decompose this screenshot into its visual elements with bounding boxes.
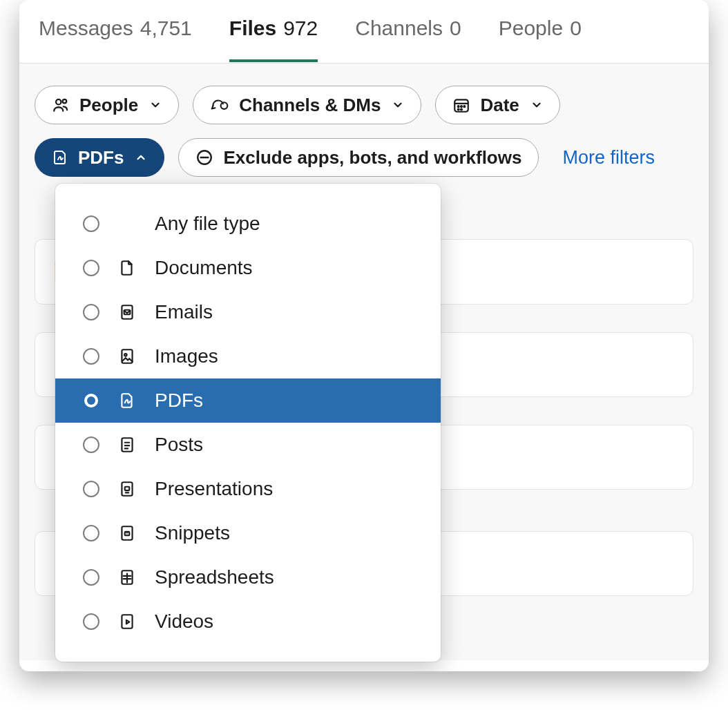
video-icon [116, 611, 138, 632]
tab-people[interactable]: People 0 [499, 17, 582, 62]
presentation-icon [116, 479, 138, 499]
more-filters-link[interactable]: More filters [553, 147, 655, 169]
filetype-option-posts[interactable]: Posts [55, 423, 441, 467]
filetype-option-videos[interactable]: Videos [55, 599, 441, 644]
radio-icon [83, 260, 99, 276]
radio-icon [83, 481, 99, 497]
tab-messages[interactable]: Messages 4,751 [39, 17, 192, 62]
filetype-dropdown: Any file type Documents Emails Images [55, 184, 441, 662]
filetype-option-label: Videos [155, 611, 413, 633]
post-icon [116, 434, 138, 455]
pdf-icon [116, 390, 138, 411]
filetype-option-spreadsheets[interactable]: Spreadsheets [55, 555, 441, 599]
filetype-option-label: PDFs [155, 390, 413, 412]
channel-dm-icon [210, 96, 229, 114]
filetype-option-label: Presentations [155, 478, 413, 500]
image-icon [116, 346, 138, 367]
filter-exclude-label: Exclude apps, bots, and workflows [223, 147, 521, 169]
tab-messages-count: 4,751 [140, 17, 192, 40]
tab-channels[interactable]: Channels 0 [355, 17, 461, 62]
radio-icon [83, 348, 99, 365]
filters-bar: People Channels & DMs Date [19, 64, 709, 191]
filetype-option-documents[interactable]: Documents [55, 246, 441, 290]
filetype-option-pdfs[interactable]: PDFs [55, 378, 441, 423]
svg-point-7 [464, 106, 466, 107]
radio-icon [83, 436, 99, 453]
svg-point-2 [221, 102, 228, 109]
filetype-option-label: Emails [155, 301, 413, 323]
exclude-icon [195, 148, 213, 166]
people-icon [52, 96, 70, 114]
tab-channels-count: 0 [450, 17, 461, 40]
filter-date-button[interactable]: Date [435, 86, 559, 124]
radio-icon [83, 613, 99, 630]
tab-files-label: Files [229, 17, 276, 40]
filetype-option-label: Snippets [155, 522, 413, 544]
svg-point-1 [63, 99, 67, 104]
tab-files[interactable]: Files 972 [229, 17, 318, 62]
svg-marker-24 [126, 620, 129, 624]
filetype-option-snippets[interactable]: T Snippets [55, 511, 441, 555]
filter-filetype-button[interactable]: PDFs [35, 138, 164, 177]
svg-point-5 [458, 106, 459, 107]
radio-icon [83, 215, 99, 232]
filetype-option-label: Images [155, 345, 413, 367]
tab-people-count: 0 [570, 17, 582, 40]
search-results-panel: Messages 4,751 Files 972 Channels 0 Peop… [19, 0, 709, 671]
chevron-up-icon [135, 151, 147, 164]
filter-people-label: People [79, 95, 138, 116]
radio-icon [83, 525, 99, 541]
filetype-option-label: Documents [155, 257, 413, 279]
tab-files-count: 972 [283, 17, 318, 40]
radio-icon [83, 569, 99, 586]
svg-point-8 [458, 109, 459, 111]
filter-channels-label: Channels & DMs [239, 95, 381, 116]
tab-channels-label: Channels [355, 17, 443, 40]
search-tabs: Messages 4,751 Files 972 Channels 0 Peop… [19, 0, 709, 64]
filter-people-button[interactable]: People [35, 86, 179, 124]
filter-exclude-button[interactable]: Exclude apps, bots, and workflows [178, 138, 539, 177]
document-icon [116, 258, 138, 278]
filetype-option-presentations[interactable]: Presentations [55, 467, 441, 511]
svg-point-13 [124, 354, 126, 356]
filetype-option-label: Posts [155, 434, 413, 456]
tab-messages-label: Messages [39, 17, 133, 40]
svg-point-6 [461, 106, 462, 107]
snippet-icon: T [116, 523, 138, 544]
filetype-option-images[interactable]: Images [55, 334, 441, 378]
pdf-icon [52, 148, 68, 166]
chevron-down-icon [149, 99, 162, 111]
chevron-down-icon [392, 99, 404, 111]
radio-icon [83, 304, 99, 320]
filetype-option-emails[interactable]: Emails [55, 290, 441, 334]
filetype-option-label: Any file type [155, 213, 413, 235]
chevron-down-icon [530, 99, 543, 111]
svg-point-9 [461, 109, 462, 111]
filetype-option-any[interactable]: Any file type [55, 202, 441, 246]
filter-channels-button[interactable]: Channels & DMs [193, 86, 421, 124]
calendar-icon [452, 96, 470, 114]
svg-rect-17 [125, 487, 130, 490]
tab-people-label: People [499, 17, 563, 40]
email-icon [116, 302, 138, 323]
filter-date-label: Date [480, 95, 519, 116]
filetype-option-label: Spreadsheets [155, 566, 413, 588]
spreadsheet-icon [116, 567, 138, 588]
radio-icon [83, 392, 99, 409]
svg-point-0 [56, 99, 61, 104]
filter-filetype-label: PDFs [78, 147, 124, 169]
